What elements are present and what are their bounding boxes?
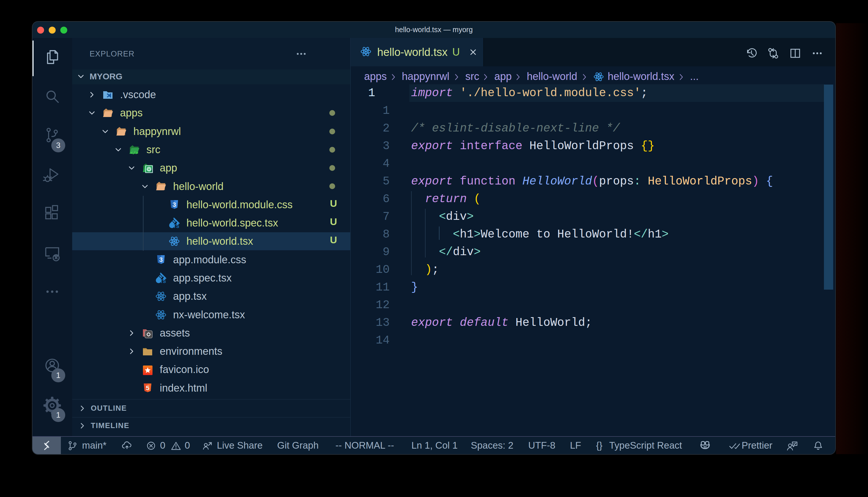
svg-text:</>: </> — [130, 151, 138, 156]
svg-text:3: 3 — [159, 256, 163, 263]
svg-text:TS: TS — [174, 224, 179, 229]
svg-text:TS: TS — [160, 279, 166, 284]
svg-text:5: 5 — [146, 384, 149, 392]
svg-text:3: 3 — [173, 201, 176, 208]
